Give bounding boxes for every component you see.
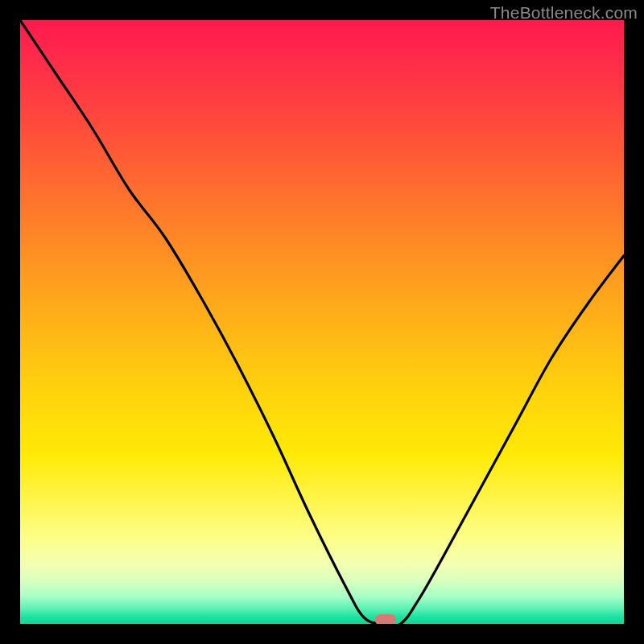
minimum-marker bbox=[375, 614, 396, 624]
plot-area bbox=[20, 20, 624, 624]
watermark-text: TheBottleneck.com bbox=[490, 3, 638, 23]
bottleneck-curve bbox=[20, 20, 624, 624]
chart-frame: TheBottleneck.com bbox=[0, 0, 644, 644]
